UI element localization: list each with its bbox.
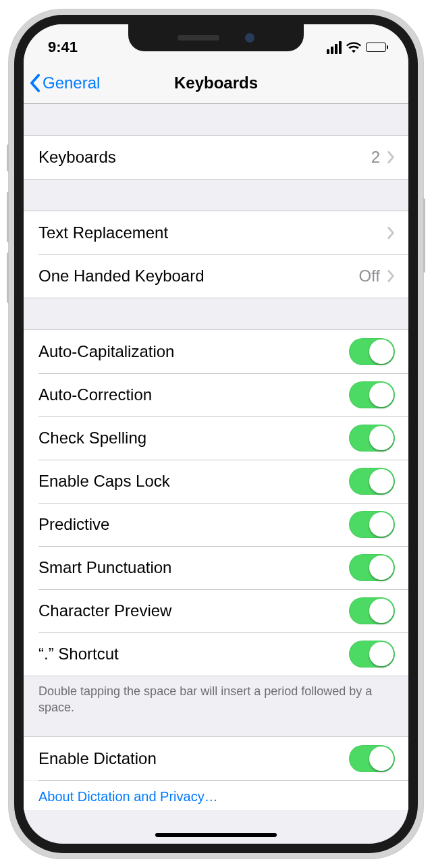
speaker-grille [178,35,219,40]
keyboards-count: 2 [371,148,380,167]
caps-lock-label: Enable Caps Lock [38,472,170,491]
auto-correction-label: Auto-Correction [38,385,152,404]
battery-icon [366,43,388,52]
chevron-right-icon [387,269,395,283]
smart-punctuation-label: Smart Punctuation [38,558,171,577]
caps-lock-row: Enable Caps Lock [24,460,408,503]
auto-capitalization-toggle[interactable] [349,338,395,365]
predictive-label: Predictive [38,515,109,534]
character-preview-toggle[interactable] [349,597,395,624]
dot-shortcut-row: “.” Shortcut [24,632,408,676]
auto-capitalization-label: Auto-Capitalization [38,342,174,361]
device-frame: 9:41 General Ke [9,9,423,859]
check-spelling-row: Check Spelling [24,416,408,460]
smart-punctuation-toggle[interactable] [349,554,395,581]
shortcut-footer-text: Double tapping the space bar will insert… [24,676,408,720]
status-time: 9:41 [48,38,78,56]
notch [128,24,304,51]
enable-dictation-label: Enable Dictation [38,749,157,768]
predictive-toggle[interactable] [349,511,395,538]
check-spelling-toggle[interactable] [349,425,395,452]
content-area[interactable]: Keyboards 2 Text Replacement One Ha [24,104,408,810]
back-button[interactable]: General [29,62,100,103]
about-dictation-link[interactable]: About Dictation and Privacy… [24,781,408,810]
page-title: Keyboards [174,74,258,92]
smart-punctuation-row: Smart Punctuation [24,546,408,589]
side-button [423,198,425,273]
home-indicator[interactable] [155,833,277,837]
auto-capitalization-row: Auto-Capitalization [24,330,408,373]
mute-switch [7,144,9,171]
wifi-icon [346,41,361,53]
about-dictation-label: About Dictation and Privacy… [38,789,218,804]
keyboards-row[interactable]: Keyboards 2 [24,136,408,179]
predictive-row: Predictive [24,503,408,546]
caps-lock-toggle[interactable] [349,468,395,495]
screen: 9:41 General Ke [24,24,408,844]
chevron-right-icon [387,226,395,240]
check-spelling-label: Check Spelling [38,429,146,447]
one-handed-label: One Handed Keyboard [38,267,205,286]
auto-correction-row: Auto-Correction [24,373,408,416]
enable-dictation-row: Enable Dictation [24,737,408,780]
back-label: General [43,74,100,92]
dot-shortcut-label: “.” Shortcut [38,645,119,663]
character-preview-row: Character Preview [24,589,408,632]
cellular-signal-icon [327,41,342,54]
character-preview-label: Character Preview [38,601,171,620]
front-camera [245,33,254,43]
enable-dictation-toggle[interactable] [349,745,395,772]
one-handed-value: Off [358,267,380,286]
chevron-right-icon [387,151,395,164]
chevron-left-icon [29,74,41,92]
text-replacement-row[interactable]: Text Replacement [24,211,408,254]
volume-down-button [7,252,9,303]
volume-up-button [7,192,9,242]
auto-correction-toggle[interactable] [349,381,395,408]
text-replacement-label: Text Replacement [38,223,168,242]
keyboards-label: Keyboards [38,148,116,167]
navigation-bar: General Keyboards [24,62,408,104]
dot-shortcut-toggle[interactable] [349,641,395,668]
one-handed-keyboard-row[interactable]: One Handed Keyboard Off [24,254,408,298]
